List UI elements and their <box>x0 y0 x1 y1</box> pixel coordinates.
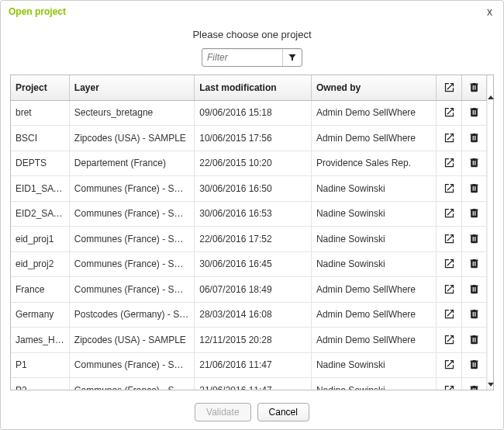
funnel-icon[interactable] <box>282 49 302 66</box>
cell-layer[interactable]: Communes (France) - SAMPLE <box>69 378 194 390</box>
cell-layer[interactable]: Communes (France) - SAMPLE <box>69 352 194 378</box>
cell-last-modification[interactable]: 06/07/2016 18:49 <box>195 277 312 303</box>
trash-icon[interactable] <box>467 106 481 120</box>
share-icon[interactable] <box>442 156 456 170</box>
trash-icon[interactable] <box>467 181 481 195</box>
cell-project[interactable]: DEPTS <box>11 151 69 176</box>
cell-last-modification[interactable]: 10/06/2015 17:56 <box>195 126 312 151</box>
share-icon[interactable] <box>442 257 456 271</box>
trash-icon[interactable] <box>467 282 481 296</box>
share-icon[interactable] <box>442 130 456 144</box>
cell-layer[interactable]: Zipcodes (USA) - SAMPLE <box>69 126 194 151</box>
table-row[interactable]: EID1_SAVECommunes (France) - SAMPLE30/06… <box>11 176 487 202</box>
col-header-last-modification[interactable]: Last modification <box>195 75 312 100</box>
cell-last-modification[interactable]: 12/11/2015 20:28 <box>195 328 312 353</box>
col-header-owned-by[interactable]: Owned by <box>311 75 436 100</box>
validate-button[interactable]: Validate <box>195 403 250 421</box>
cell-owned-by[interactable]: Nadine Sowinski <box>311 201 436 227</box>
share-icon[interactable] <box>442 206 456 220</box>
cell-project[interactable]: BSCI <box>11 126 69 151</box>
table-row[interactable]: James_HartZipcodes (USA) - SAMPLE12/11/2… <box>11 328 487 353</box>
trash-icon[interactable] <box>467 231 481 245</box>
cell-project[interactable]: EID1_SAVE <box>11 176 69 202</box>
cell-last-modification[interactable]: 30/06/2016 16:53 <box>195 201 312 227</box>
table-row[interactable]: eid_proj2Communes (France) - SAMPLE30/06… <box>11 251 487 277</box>
cell-owned-by[interactable]: Nadine Sowinski <box>311 251 436 277</box>
cell-layer[interactable]: Secteurs_bretagne <box>69 100 194 126</box>
projects-table: Project Layer Last modification Owned by <box>11 75 487 390</box>
table-row[interactable]: P1Communes (France) - SAMPLE21/06/2016 1… <box>11 352 487 378</box>
cell-last-modification[interactable]: 30/06/2016 16:50 <box>195 176 312 202</box>
cell-last-modification[interactable]: 21/06/2016 11:47 <box>195 352 312 378</box>
scroll-down-icon[interactable] <box>488 383 494 387</box>
share-icon[interactable] <box>442 282 456 296</box>
cancel-button[interactable]: Cancel <box>257 403 309 421</box>
cell-project[interactable]: P1 <box>11 352 69 378</box>
table-row[interactable]: bretSecteurs_bretagne09/06/2016 15:18Adm… <box>11 100 487 126</box>
close-icon[interactable]: x <box>484 5 495 18</box>
cell-layer[interactable]: Departement (France) <box>69 151 194 176</box>
cell-project[interactable]: bret <box>11 100 69 126</box>
cell-last-modification[interactable]: 09/06/2016 15:18 <box>195 100 312 126</box>
table-row[interactable]: P2Communes (France) - SAMPLE21/06/2016 1… <box>11 378 487 390</box>
grid-scroll[interactable]: Project Layer Last modification Owned by <box>11 75 487 390</box>
cell-layer[interactable]: Postcodes (Germany) - SAMPLE <box>69 302 194 328</box>
projects-grid: Project Layer Last modification Owned by <box>10 75 494 390</box>
cell-owned-by[interactable]: Admin Demo SellWhere <box>311 302 436 328</box>
cell-project[interactable]: EID2_SAVE <box>11 201 69 227</box>
table-row[interactable]: EID2_SAVECommunes (France) - SAMPLE30/06… <box>11 201 487 227</box>
trash-icon[interactable] <box>467 332 481 346</box>
cell-layer[interactable]: Zipcodes (USA) - SAMPLE <box>69 328 194 353</box>
share-icon[interactable] <box>442 181 456 195</box>
share-icon[interactable] <box>442 231 456 245</box>
cell-layer[interactable]: Communes (France) - SAMPLE <box>69 176 194 202</box>
cell-layer[interactable]: Communes (France) - SAMPLE <box>69 201 194 227</box>
cell-owned-by[interactable]: Admin Demo SellWhere <box>311 100 436 126</box>
share-icon[interactable] <box>442 106 456 120</box>
col-header-layer[interactable]: Layer <box>69 75 194 100</box>
cell-project[interactable]: eid_proj1 <box>11 227 69 252</box>
cell-layer[interactable]: Communes (France) - SAMPLE <box>69 251 194 277</box>
cell-project[interactable]: France <box>11 277 69 303</box>
cell-owned-by[interactable]: Nadine Sowinski <box>311 227 436 252</box>
scroll-up-icon[interactable] <box>488 95 494 99</box>
cell-last-modification[interactable]: 28/03/2014 16:08 <box>195 302 312 328</box>
table-row[interactable]: eid_proj1Communes (France) - SAMPLE22/06… <box>11 227 487 252</box>
cell-owned-by[interactable]: Providence Sales Rep. <box>311 151 436 176</box>
table-row[interactable]: FranceCommunes (France) - SAMPLE06/07/20… <box>11 277 487 303</box>
trash-icon[interactable] <box>467 383 481 390</box>
table-row[interactable]: DEPTSDepartement (France)22/06/2015 10:2… <box>11 151 487 176</box>
trash-icon[interactable] <box>467 206 481 220</box>
trash-icon[interactable] <box>467 307 481 321</box>
table-row[interactable]: BSCIZipcodes (USA) - SAMPLE10/06/2015 17… <box>11 126 487 151</box>
cell-project[interactable]: P2 <box>11 378 69 390</box>
cell-owned-by[interactable]: Admin Demo SellWhere <box>311 126 436 151</box>
col-header-project[interactable]: Project <box>11 75 69 100</box>
cell-owned-by[interactable]: Nadine Sowinski <box>311 352 436 378</box>
cell-layer[interactable]: Communes (France) - SAMPLE <box>69 227 194 252</box>
cell-project[interactable]: James_Hart <box>11 328 69 353</box>
share-icon[interactable] <box>442 358 456 372</box>
filter-input[interactable] <box>202 50 282 65</box>
share-icon[interactable] <box>442 383 456 390</box>
trash-icon[interactable] <box>467 257 481 271</box>
scrollbar[interactable] <box>487 75 493 390</box>
cell-layer[interactable]: Communes (France) - SAMPLE <box>69 277 194 303</box>
table-row[interactable]: GermanyPostcodes (Germany) - SAMPLE28/03… <box>11 302 487 328</box>
cell-project[interactable]: Germany <box>11 302 69 328</box>
cell-last-modification[interactable]: 22/06/2016 17:52 <box>195 227 312 252</box>
cell-owned-by[interactable]: Nadine Sowinski <box>311 378 436 390</box>
trash-icon[interactable] <box>467 358 481 372</box>
cell-share <box>437 176 461 202</box>
cell-project[interactable]: eid_proj2 <box>11 251 69 277</box>
cell-last-modification[interactable]: 21/06/2016 11:47 <box>195 378 312 390</box>
trash-icon[interactable] <box>467 130 481 144</box>
share-icon[interactable] <box>442 307 456 321</box>
cell-owned-by[interactable]: Admin Demo SellWhere <box>311 277 436 303</box>
trash-icon[interactable] <box>467 156 481 170</box>
cell-owned-by[interactable]: Admin Demo SellWhere <box>311 328 436 353</box>
share-icon[interactable] <box>442 332 456 346</box>
cell-owned-by[interactable]: Nadine Sowinski <box>311 176 436 202</box>
cell-last-modification[interactable]: 22/06/2015 10:20 <box>195 151 312 176</box>
cell-last-modification[interactable]: 30/06/2016 16:45 <box>195 251 312 277</box>
